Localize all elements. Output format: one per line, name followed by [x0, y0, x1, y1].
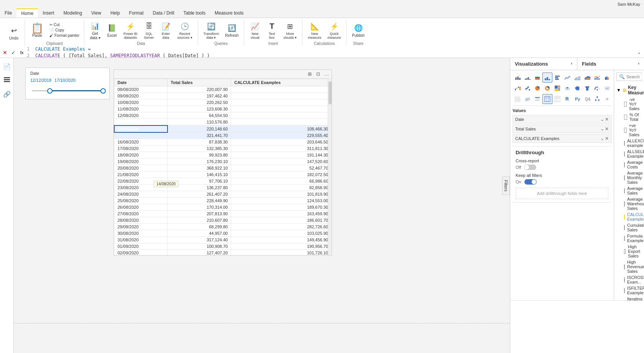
viz-icon-area[interactable]	[572, 73, 582, 82]
table-scrollbar[interactable]	[328, 78, 332, 255]
formula-expand-button[interactable]: fx	[18, 49, 25, 56]
sidebar-data-icon[interactable]	[2, 75, 12, 86]
fields-panel-arrow[interactable]: ›	[638, 61, 639, 66]
date-pill-close[interactable]: ✕	[605, 117, 609, 122]
table-row[interactable]: 26/08/2020170,314.00189,670.30	[114, 204, 332, 211]
table-row[interactable]: 19/08/2020176,230.10147,520.60	[114, 158, 332, 165]
text-box-button[interactable]: T Textbox	[264, 20, 279, 40]
viz-icon-stacked-area[interactable]	[582, 73, 592, 82]
viz-panel-arrow[interactable]: ›	[571, 61, 572, 66]
viz-icon-line-col[interactable]	[592, 73, 602, 82]
viz-icon-clustered-col[interactable]	[542, 73, 552, 82]
field-item[interactable]: Cumulative Sales	[616, 222, 642, 233]
calc-examples-close[interactable]: ✕	[605, 136, 609, 141]
viz-icon-pie[interactable]	[532, 83, 542, 93]
table-row[interactable]: 25/08/2020228,449.90124,553.00	[114, 198, 332, 204]
formula-cancel-button[interactable]: ✕	[2, 49, 8, 56]
table-row[interactable]: 01/09/2020100,908.70190,956.70	[114, 243, 332, 250]
field-item[interactable]: Formula Example	[616, 233, 642, 244]
viz-icon-line[interactable]	[562, 73, 572, 82]
enter-data-button[interactable]: 📝 Enterdata	[158, 20, 174, 40]
copy-button[interactable]: 📄 Copy	[48, 28, 81, 33]
tab-view[interactable]: View	[87, 8, 106, 18]
viz-icon-python[interactable]: Py	[572, 94, 582, 104]
sql-button[interactable]: 🗄 SQLServer	[141, 20, 157, 40]
field-item[interactable]: ISFILTERED Example	[616, 285, 642, 296]
format-painter-button[interactable]: 🖌 Format painter	[48, 33, 81, 38]
table-row[interactable]: 30/08/202044,957.00103,025.90	[114, 230, 332, 237]
table-row[interactable]: 31/08/2020317,124.40149,456.90	[114, 237, 332, 243]
table-focus-icon[interactable]: ⊡	[315, 71, 322, 78]
viz-icon-matrix[interactable]	[552, 94, 562, 104]
table-row[interactable]: 14/08/2020220,148.60108,466.30	[114, 125, 332, 132]
viz-icon-table[interactable]	[542, 94, 552, 104]
new-measure-button[interactable]: 📐 Newmeasure	[306, 20, 324, 40]
recent-sources-button[interactable]: 🕒 Recentsources ▾	[175, 20, 195, 40]
field-item[interactable]: High Revenue Sales	[616, 259, 642, 274]
sidebar-model-icon[interactable]: 🔗	[2, 89, 12, 99]
field-item[interactable]: CALCULATE Examples	[616, 211, 642, 222]
table-scroll-container[interactable]: Date Total Sales CALCULATE Examples 08/0…	[114, 79, 332, 255]
table-filter-icon[interactable]: ⊞	[306, 71, 313, 78]
table-row[interactable]: 28/08/2020210,607.80186,601.70	[114, 217, 332, 224]
viz-icon-donut[interactable]	[542, 83, 552, 93]
viz-icon-100-bar[interactable]	[552, 73, 562, 82]
date-slider[interactable]	[30, 86, 105, 96]
tab-modeling[interactable]: Modeling	[59, 8, 87, 18]
field-item[interactable]: % Of Total	[616, 112, 642, 122]
tab-home[interactable]: Home	[16, 8, 38, 18]
table-row[interactable]: 18/08/202099,923.80191,144.30	[114, 152, 332, 158]
calc-examples-pill[interactable]: CALCULATE Examples ⌄ ✕	[513, 134, 611, 143]
viz-icon-ribbon[interactable]	[602, 73, 612, 82]
calc-examples-chevron[interactable]: ⌄	[600, 136, 604, 141]
new-visual-button[interactable]: 📈 Newvisual	[247, 20, 263, 40]
undo-button[interactable]: ↩ Undo	[6, 25, 21, 41]
search-input[interactable]	[626, 74, 644, 79]
table-more-icon[interactable]: …	[323, 71, 330, 78]
filters-toggle[interactable]: Filters	[502, 176, 510, 195]
table-row[interactable]: 20/08/2020368,922.1052,467.70	[114, 165, 332, 172]
tab-measure-tools[interactable]: Measure tools	[210, 8, 248, 18]
table-row[interactable]: 29/08/202068,299.80282,726.60	[114, 224, 332, 230]
quick-measure-button[interactable]: ⚡ Quickmeasure	[325, 20, 343, 40]
transform-button[interactable]: 🔄 Transformdata ▾	[201, 20, 222, 40]
get-data-button[interactable]: 📊 Getdata ▾	[87, 20, 103, 41]
field-item[interactable]: Average Sales	[616, 185, 642, 196]
viz-icon-clustered-bar[interactable]	[522, 73, 532, 82]
tab-help[interactable]: Help	[106, 8, 125, 18]
field-item[interactable]: High Export Sales	[616, 244, 642, 259]
table-row[interactable]: 08/08/2020220,007.90	[114, 86, 332, 93]
more-visuals-button[interactable]: ⊞ Morevisuals ▾	[281, 20, 299, 40]
viz-icon-funnel[interactable]	[582, 83, 592, 93]
cut-button[interactable]: ✂ Cut	[48, 22, 81, 27]
viz-icon-map[interactable]	[562, 83, 572, 93]
table-row[interactable]: 21/08/2020146,415.10182,072.50	[114, 172, 332, 178]
refresh-button[interactable]: 🔃 Refresh	[223, 22, 241, 38]
cross-report-toggle[interactable]	[524, 165, 536, 170]
excel-button[interactable]: 📗 Excel	[104, 22, 120, 38]
table-row[interactable]: 27/08/2020207,813.90163,459.90	[114, 211, 332, 217]
tab-table-tools[interactable]: Table tools	[179, 8, 210, 18]
field-item[interactable]: Average Costs	[616, 159, 642, 170]
viz-icon-slicer[interactable]	[532, 94, 542, 104]
viz-icon-stacked-col[interactable]	[532, 73, 542, 82]
table-row[interactable]: 11/08/2020123,608.30	[114, 106, 332, 112]
table-row[interactable]: 110,576.80	[114, 119, 332, 125]
table-row[interactable]: 02/09/2020127,407.20101,726.10	[114, 250, 332, 256]
viz-icon-waterfall[interactable]	[513, 83, 522, 93]
field-item[interactable]: ALLEXCEPT example	[616, 138, 642, 148]
formula-confirm-button[interactable]: ✓	[10, 49, 17, 56]
viz-icon-kpi[interactable]: KPI	[522, 94, 532, 104]
viz-icon-decomp[interactable]	[592, 94, 602, 104]
viz-icon-card[interactable]: 42	[602, 83, 612, 93]
total-sales-pill[interactable]: Total Sales ⌄ ✕	[513, 125, 611, 133]
key-measures-header[interactable]: ▼ ⊞ Key Measures	[616, 84, 642, 96]
table-row[interactable]: 17/08/2020132,385.30311,811.30	[114, 145, 332, 152]
table-row[interactable]: 23/08/2020136,237.8082,858.90	[114, 185, 332, 191]
field-item[interactable]: -ve YoY Sales	[616, 96, 642, 112]
table-row[interactable]: 12/08/202064,554.50	[114, 112, 332, 119]
viz-icon-gauge[interactable]	[592, 83, 602, 93]
total-sales-chevron[interactable]: ⌄	[600, 126, 604, 132]
viz-icon-r-visual[interactable]: R	[562, 94, 572, 104]
slider-handle-left[interactable]	[47, 88, 53, 94]
